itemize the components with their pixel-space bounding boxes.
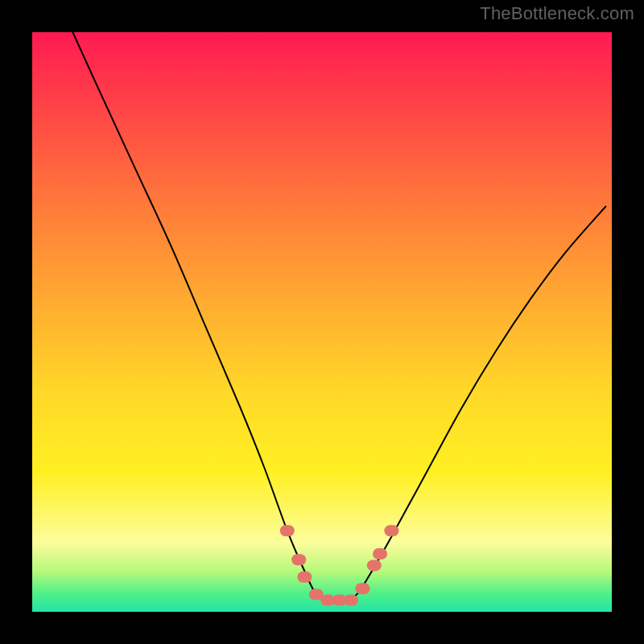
trough-markers <box>280 525 399 605</box>
trough-marker <box>384 525 398 536</box>
chart-frame: TheBottleneck.com <box>0 0 644 644</box>
trough-marker <box>344 595 358 606</box>
trough-marker <box>297 572 312 583</box>
curve-svg <box>32 32 612 612</box>
plot-area <box>32 32 612 612</box>
trough-marker <box>291 554 306 565</box>
trough-marker <box>355 583 369 594</box>
trough-marker <box>367 559 382 571</box>
trough-marker <box>280 525 295 536</box>
trough-marker <box>373 548 387 559</box>
bottleneck-curve <box>72 32 605 601</box>
watermark-text: TheBottleneck.com <box>480 3 634 24</box>
